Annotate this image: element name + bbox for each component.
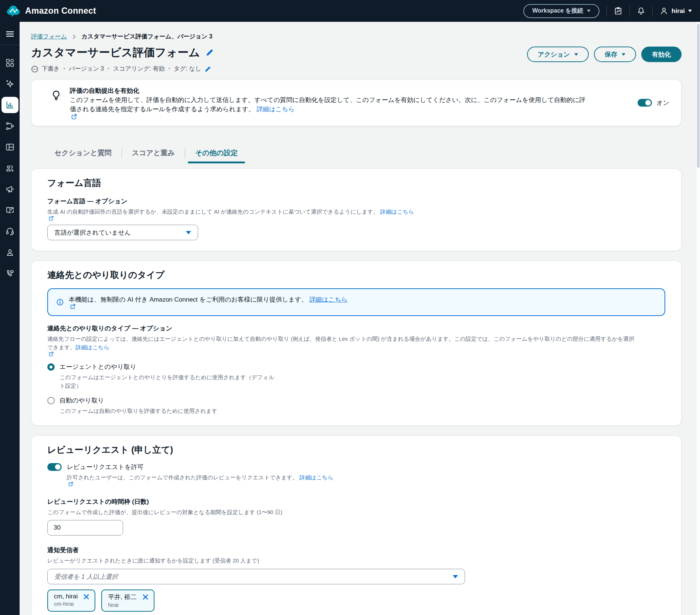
remove-recipient-button[interactable] <box>142 594 149 600</box>
close-icon <box>142 594 149 600</box>
workspace-connect-button[interactable]: Workspace を接続 <box>523 4 599 18</box>
review-request-heading: レビューリクエスト (申し立て) <box>47 444 665 456</box>
language-select-value: 言語が選択されていません <box>54 228 131 237</box>
recipient-name: cm, hirai <box>54 593 78 600</box>
allow-review-toggle[interactable] <box>47 463 62 471</box>
form-language-label: フォーム言語 — オプション <box>47 197 665 205</box>
sidebar-divider <box>0 45 20 45</box>
chevron-down-icon <box>688 10 692 12</box>
recipients-label: 通知受信者 <box>47 546 665 554</box>
sidebar-item-flows[interactable] <box>1 118 18 134</box>
tab-other-settings[interactable]: その他の設定 <box>185 145 248 163</box>
interaction-learn-more-link[interactable]: 詳細はこちら <box>47 344 639 356</box>
allow-review-description: 許可されたユーザーは、このフォームで作成された評価のレビューをリクエストできます… <box>67 473 333 486</box>
user-icon <box>660 7 668 15</box>
user-menu-button[interactable]: hirai <box>660 7 692 15</box>
sidebar-item-headset[interactable] <box>1 223 18 239</box>
recipient-id: hirai <box>108 602 148 608</box>
tab-bar: セクションと質問 スコアと重み その他の設定 <box>44 145 682 163</box>
form-language-heading: フォーム言語 <box>47 177 665 189</box>
metrics-board-button[interactable] <box>614 7 622 15</box>
notifications-button[interactable] <box>637 7 645 15</box>
recipients-select[interactable]: 受信者を 1 人以上選択 <box>47 569 465 584</box>
recipient-chip: cm, hirai cm-hirai <box>47 589 95 612</box>
external-link-icon <box>70 304 75 309</box>
toggle-state-label: オン <box>656 99 669 107</box>
external-link-icon <box>68 482 73 486</box>
dashboard-icon <box>6 58 14 67</box>
sidebar-item-ai-sparkle[interactable] <box>1 76 18 92</box>
radio-label[interactable]: エージェントとのやり取り <box>60 363 278 371</box>
radio-selected[interactable] <box>47 363 55 371</box>
radio-label[interactable]: 自動のやり取り <box>60 396 217 405</box>
external-link-icon <box>49 351 54 356</box>
actions-dropdown-button[interactable]: アクション <box>527 47 589 62</box>
form-language-description: 生成 AI の自動評価回答の言語を選択するか、未設定のままにして AI が連絡先… <box>47 207 665 221</box>
lightbulb-icon <box>51 90 62 101</box>
radio-unselected[interactable] <box>47 397 55 404</box>
sidebar-item-dashboard[interactable] <box>1 55 18 71</box>
metrics-board-icon <box>614 7 622 15</box>
person-icon <box>6 248 14 257</box>
interaction-type-label: 連絡先とのやり取りのタイプ — オプション <box>47 324 665 333</box>
tab-sections-questions[interactable]: セクションと質問 <box>44 145 122 163</box>
remove-recipient-button[interactable] <box>83 594 89 600</box>
header-divider <box>606 6 607 16</box>
review-window-input[interactable] <box>47 520 123 536</box>
radio-description: このフォームは自動のやり取りを評価するために使用されます <box>60 407 217 415</box>
scrollbar-thumb[interactable] <box>697 24 700 168</box>
edit-status-icon[interactable] <box>204 66 211 72</box>
save-dropdown-button[interactable]: 保存 <box>594 47 636 62</box>
megaphone-icon <box>6 185 14 194</box>
recipients-placeholder: 受信者を 1 人以上選択 <box>54 572 118 581</box>
status-line: 下書き ・ バージョン 3 ・ スコアリング: 有効 ・ タグ: なし <box>31 65 682 73</box>
recipient-chip: 平井, 裕二 hirai <box>101 589 154 612</box>
top-navigation: Amazon Connect Workspace を接続 <box>0 0 700 22</box>
allow-review-label: レビューリクエストを許可 <box>67 463 333 471</box>
sidebar-item-contact-phone[interactable] <box>1 265 18 282</box>
main-content: 評価フォーム カスタマーサービス評価フォーム、バージョン 3 カスタマーサービス… <box>31 22 682 615</box>
radio-option-agent-interaction: エージェントとのやり取り このフォームはエージェントとのやりとりを評価するために… <box>47 363 665 390</box>
sidebar-item-campaigns[interactable] <box>1 181 18 197</box>
close-icon <box>83 594 89 600</box>
chevron-down-icon <box>587 10 591 12</box>
review-window-label: レビューリクエストの時間枠 (日数) <box>47 497 665 506</box>
auto-submit-banner: 評価の自動提出を有効化 このフォームを使用して、評価を自動的に入力して送信します… <box>31 79 682 126</box>
chevron-down-icon <box>622 53 625 56</box>
review-request-card: レビューリクエスト (申し立て) レビューリクエストを許可 許可されたユーザーは… <box>31 435 682 615</box>
hamburger-menu-button[interactable] <box>5 29 15 39</box>
sidebar-item-users[interactable] <box>1 160 18 176</box>
language-select[interactable]: 言語が選択されていません <box>47 225 198 240</box>
headset-icon <box>6 227 14 236</box>
info-alert: 本機能は、無制限の AI 付き Amazon Connect をご利用のお客様に… <box>47 288 665 316</box>
sparkle-icon <box>6 79 14 88</box>
brand: Amazon Connect <box>6 4 96 18</box>
interaction-type-heading: 連絡先とのやり取りのタイプ <box>47 269 665 281</box>
activate-button[interactable]: 有効化 <box>641 47 682 62</box>
phone-chat-icon <box>6 269 14 278</box>
user-name: hirai <box>672 7 685 15</box>
breadcrumb-root-link[interactable]: 評価フォーム <box>31 33 67 41</box>
edit-title-icon[interactable] <box>205 48 214 57</box>
form-language-card: フォーム言語 フォーム言語 — オプション 生成 AI の自動評価回答の言語を選… <box>31 169 682 251</box>
banner-title: 評価の自動提出を有効化 <box>70 86 587 95</box>
external-link-icon <box>71 114 77 119</box>
recipient-chips: cm, hirai cm-hirai 平井, 裕二 hirai <box>47 589 665 612</box>
chevron-down-icon <box>186 231 191 234</box>
tab-scores-weights[interactable]: スコアと重み <box>122 145 185 163</box>
users-icon <box>6 164 14 173</box>
sidebar-navigation <box>0 22 20 615</box>
draft-status-icon <box>31 65 38 73</box>
sidebar-item-knowledge[interactable] <box>1 202 18 218</box>
chevron-right-icon <box>71 34 77 40</box>
sidebar-item-analytics[interactable] <box>1 97 18 113</box>
auto-submit-toggle[interactable] <box>638 99 652 107</box>
sidebar-item-profile[interactable] <box>1 244 18 261</box>
sidebar-item-layout[interactable] <box>1 139 18 155</box>
chevron-down-icon <box>574 53 578 56</box>
interaction-type-card: 連絡先とのやり取りのタイプ 本機能は、無制限の AI 付き Amazon Con… <box>31 261 682 426</box>
page-scrollbar[interactable] <box>696 22 700 615</box>
recipients-description: レビューがリクエストされたときに誰に通知するかを設定します (受信者 20 人ま… <box>47 556 665 565</box>
chevron-down-icon <box>453 575 458 578</box>
banner-body: このフォームを使用して、評価を自動的に入力して送信します。すべての質問に自動化を… <box>70 95 587 119</box>
